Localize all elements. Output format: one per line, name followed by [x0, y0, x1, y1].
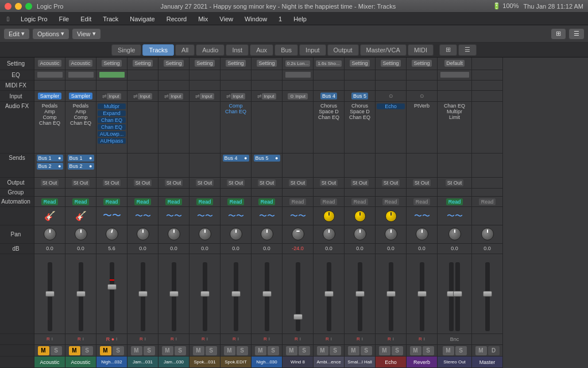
- ch14-fader[interactable]: [438, 254, 471, 334]
- ch15-fader[interactable]: [472, 254, 502, 334]
- ch4-fader[interactable]: [127, 254, 158, 334]
- ch13-solo[interactable]: S: [423, 346, 434, 355]
- ch9-solo[interactable]: S: [299, 346, 310, 355]
- ch8-input[interactable]: ⇌Input: [252, 91, 282, 102]
- ch10-audiofx[interactable]: ChorusSpace DChan EQ: [314, 102, 344, 153]
- tab-audio[interactable]: Audio: [196, 44, 225, 56]
- ch6-pan[interactable]: [189, 225, 220, 244]
- ch8-solo[interactable]: S: [268, 346, 279, 355]
- ch14-eq[interactable]: [438, 70, 471, 80]
- tab-tracks[interactable]: Tracks: [142, 44, 174, 56]
- ch1-pan[interactable]: [34, 225, 65, 244]
- ch2-name[interactable]: Acoustic: [65, 356, 96, 368]
- close-button[interactable]: [5, 3, 11, 10]
- ch11-pan[interactable]: [345, 225, 375, 244]
- ch14-output[interactable]: St Out: [438, 178, 471, 189]
- ch8-sends[interactable]: Bus 5 ●: [252, 154, 282, 178]
- menu-edit[interactable]: Edit: [78, 14, 94, 24]
- ch2-eq[interactable]: [65, 70, 96, 80]
- ch9-output[interactable]: St Out: [283, 178, 313, 189]
- ch12-name[interactable]: Echo: [376, 356, 406, 368]
- ch2-solo[interactable]: S: [82, 346, 93, 355]
- ch1-name[interactable]: Acoustic: [34, 356, 65, 368]
- menu-track[interactable]: Track: [100, 14, 121, 24]
- ch3-audiofx[interactable]: MultiprExpandChan EQChan EQAULowp...AUHi…: [96, 102, 127, 153]
- ch6-solo[interactable]: S: [206, 346, 217, 355]
- ch2-audiofx[interactable]: PedalsAmpCompChan EQ: [65, 102, 96, 153]
- ch9-automation[interactable]: Read: [283, 197, 313, 207]
- ch5-automation[interactable]: Read: [158, 197, 189, 207]
- ch1-solo[interactable]: S: [51, 346, 62, 355]
- ch7-fader[interactable]: [220, 254, 251, 334]
- tab-single[interactable]: Single: [111, 44, 142, 56]
- ch5-input[interactable]: ⇌Input: [158, 91, 189, 102]
- options-button[interactable]: Options ▾: [32, 28, 69, 40]
- ch4-setting[interactable]: Setting: [127, 57, 158, 70]
- menu-view[interactable]: View: [217, 14, 235, 24]
- ch9-input[interactable]: ⊙ Input: [283, 91, 313, 102]
- ch13-name[interactable]: Reverb: [407, 356, 437, 368]
- ch6-fader[interactable]: [189, 254, 220, 334]
- ch5-pan[interactable]: [158, 225, 189, 244]
- ch13-output[interactable]: St Out: [407, 178, 437, 189]
- menu-logicpro[interactable]: Logic Pro: [18, 14, 49, 24]
- ch5-output[interactable]: St Out: [158, 178, 189, 189]
- ch7-mute[interactable]: M: [224, 346, 235, 355]
- ch5-name[interactable]: Jam...030: [158, 356, 189, 368]
- ch3-pan[interactable]: [96, 225, 127, 244]
- ch9-setting[interactable]: 0.2s Lon...: [283, 57, 313, 70]
- ch1-fader[interactable]: [34, 254, 65, 334]
- tab-mastervca[interactable]: Master/VCA: [360, 44, 407, 56]
- ch3-input[interactable]: ⇌Input: [96, 91, 127, 102]
- layout-button[interactable]: ☰: [568, 28, 585, 40]
- ch7-solo[interactable]: S: [237, 346, 248, 355]
- ch4-name[interactable]: Jam...031: [127, 356, 158, 368]
- ch4-automation[interactable]: Read: [127, 197, 158, 207]
- ch14-pan[interactable]: [438, 225, 471, 244]
- view-button[interactable]: View ▾: [72, 28, 101, 40]
- ch14-solo[interactable]: S: [455, 346, 467, 355]
- ch1-output[interactable]: St Out: [34, 178, 65, 189]
- ch7-sends[interactable]: Bus 4 ●: [220, 154, 251, 178]
- ch11-mute[interactable]: M: [348, 346, 359, 355]
- ch8-setting[interactable]: Setting: [252, 57, 282, 70]
- ch10-pan[interactable]: [314, 225, 344, 244]
- ch13-fader[interactable]: [407, 254, 437, 334]
- ch4-output[interactable]: St Out: [127, 178, 158, 189]
- ch3-fader[interactable]: [96, 254, 127, 334]
- ch5-setting[interactable]: Setting: [158, 57, 189, 70]
- ch14-automation[interactable]: Read: [438, 197, 471, 207]
- ch11-setting[interactable]: Setting: [345, 57, 375, 70]
- ch6-name[interactable]: Spok...031: [189, 356, 220, 368]
- ch3-setting[interactable]: Setting: [96, 57, 127, 70]
- ch7-automation[interactable]: Read: [220, 197, 251, 207]
- menu-navigate[interactable]: Navigate: [127, 14, 157, 24]
- ch3-eq[interactable]: [96, 70, 127, 80]
- ch4-pan[interactable]: [127, 225, 158, 244]
- ch2-sends[interactable]: Bus 1 ● Bus 2 ●: [65, 154, 96, 178]
- ch10-mute[interactable]: M: [317, 346, 328, 355]
- ch7-setting[interactable]: Setting: [220, 57, 251, 70]
- ch4-mute[interactable]: M: [131, 346, 142, 355]
- menu-mix[interactable]: Mix: [196, 14, 210, 24]
- ch13-pan[interactable]: [407, 225, 437, 244]
- ch12-audiofx[interactable]: Echo: [376, 102, 406, 153]
- ch13-audiofx[interactable]: PtVerb: [407, 102, 437, 153]
- ch10-name[interactable]: Ambi...ence: [314, 356, 344, 368]
- ch9-eq[interactable]: [283, 70, 313, 80]
- ch11-name[interactable]: Smal...l Hall: [345, 356, 375, 368]
- minimize-button[interactable]: [15, 3, 22, 10]
- ch9-name[interactable]: Wind 8: [283, 356, 313, 368]
- menu-record[interactable]: Record: [164, 14, 189, 24]
- ch6-automation[interactable]: Read: [189, 197, 220, 207]
- ch12-automation[interactable]: Read: [376, 197, 406, 207]
- ch10-output[interactable]: St Out: [314, 178, 344, 189]
- ch8-pan[interactable]: [252, 225, 282, 244]
- ch8-output[interactable]: St Out: [252, 178, 282, 189]
- ch1-automation[interactable]: Read: [34, 197, 65, 207]
- ch6-mute[interactable]: M: [193, 346, 204, 355]
- ch8-name[interactable]: Nigh...030: [252, 356, 282, 368]
- menu-1[interactable]: 1: [276, 14, 284, 24]
- ch12-setting[interactable]: Setting: [376, 57, 406, 70]
- ch11-fader[interactable]: [345, 254, 375, 334]
